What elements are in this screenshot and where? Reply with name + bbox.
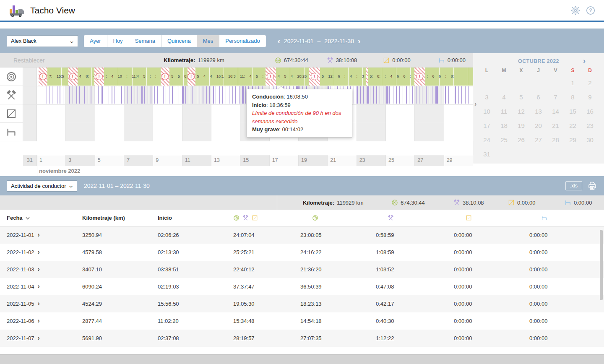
work-activity-tick[interactable] — [354, 86, 354, 104]
calendar-day[interactable]: 31 — [478, 147, 495, 161]
work-activity-tick[interactable] — [370, 86, 370, 104]
column-header-kilometraje[interactable]: Kilometraje (km) — [76, 215, 151, 221]
date-cell[interactable]: 2022-11-07› — [0, 335, 76, 341]
calendar-day[interactable]: 14 — [547, 104, 564, 119]
work-activity-tick[interactable] — [128, 86, 128, 104]
violation-segment[interactable]: ! — [187, 68, 195, 86]
column-header-fecha[interactable]: Fecha — [0, 215, 76, 221]
calendar-day[interactable]: 3 — [478, 90, 495, 104]
work-activity-tick[interactable] — [422, 86, 422, 104]
work-activity-tick[interactable] — [166, 86, 166, 104]
work-activity-tick[interactable] — [399, 86, 400, 104]
period-button-semana[interactable]: Semana — [129, 35, 161, 47]
violation-segment[interactable]: ! — [68, 68, 78, 86]
work-activity-tick[interactable] — [380, 86, 380, 104]
reset-button[interactable]: Restablecer — [13, 57, 45, 64]
work-activity-tick[interactable] — [439, 86, 439, 104]
row-expand-chevron-icon[interactable]: › — [38, 300, 40, 307]
period-button-personalizado[interactable]: Personalizado — [219, 35, 266, 47]
work-activity-tick[interactable] — [52, 86, 52, 104]
work-activity-tick[interactable] — [245, 86, 246, 104]
report-type-select[interactable]: Actividad de conductor ⌄ — [7, 180, 77, 192]
violation-segment[interactable]: ! — [414, 68, 425, 86]
violation-segment[interactable]: ! — [94, 68, 104, 86]
work-activity-tick[interactable] — [163, 86, 164, 104]
work-activity-tick[interactable] — [445, 86, 446, 104]
work-activity-tick[interactable] — [192, 86, 193, 104]
column-header-icons[interactable] — [226, 215, 294, 221]
work-activity-tick[interactable] — [131, 86, 132, 104]
work-activity-tick[interactable] — [432, 86, 432, 104]
work-activity-tick[interactable] — [239, 86, 240, 104]
calendar-day[interactable]: 29 — [564, 133, 581, 147]
work-activity-tick[interactable] — [47, 86, 47, 104]
work-activity-tick[interactable] — [185, 86, 186, 104]
column-header-icons[interactable] — [294, 215, 369, 221]
driving-segment[interactable]: 5: 8: : 4 6 6 : — [368, 68, 414, 86]
work-activity-tick[interactable] — [235, 86, 236, 104]
help-icon[interactable]: ? — [586, 5, 596, 16]
work-activity-tick[interactable] — [121, 86, 122, 104]
work-activity-tick[interactable] — [118, 86, 118, 104]
work-activity-tick[interactable] — [363, 86, 364, 104]
work-activity-tick[interactable] — [84, 86, 85, 104]
calendar-day[interactable]: 11 — [495, 104, 513, 119]
date-cell[interactable]: 2022-11-04› — [0, 283, 76, 290]
work-activity-tick[interactable] — [406, 86, 407, 104]
calendar-day[interactable]: 27 — [530, 133, 547, 147]
work-activity-tick[interactable] — [452, 86, 452, 104]
work-activity-tick[interactable] — [412, 86, 413, 104]
driving-segment[interactable]: 5 4 4 16:1 16:3 11: 4 5 : 4 6 10 — [195, 68, 266, 86]
calendar-day[interactable]: 30 — [581, 133, 599, 147]
work-activity-tick[interactable] — [102, 86, 103, 104]
work-activity-tick[interactable] — [141, 86, 143, 104]
calendar-day[interactable]: 12 — [513, 104, 530, 119]
date-cell[interactable]: 2022-11-01› — [0, 232, 76, 238]
work-activity-tick[interactable] — [112, 86, 112, 104]
work-activity-tick[interactable] — [461, 86, 462, 104]
work-activity-tick[interactable] — [109, 86, 109, 104]
violation-segment[interactable]: ! — [39, 68, 47, 86]
period-button-mes[interactable]: Mes — [197, 35, 220, 47]
work-activity-tick[interactable] — [138, 86, 138, 104]
calendar-day[interactable]: 28 — [547, 133, 564, 147]
work-activity-tick[interactable] — [91, 86, 91, 104]
driver-select[interactable]: Alex Black ⌄ — [7, 35, 78, 47]
calendar-day[interactable]: 5 — [513, 90, 530, 104]
work-activity-tick[interactable] — [403, 86, 403, 104]
date-cell[interactable]: 2022-11-06› — [0, 318, 76, 324]
work-activity-tick[interactable] — [125, 86, 125, 104]
row-expand-chevron-icon[interactable]: › — [38, 317, 40, 324]
work-activity-tick[interactable] — [448, 86, 449, 104]
calendar-day[interactable]: 10 — [478, 104, 495, 119]
work-activity-tick[interactable] — [182, 86, 184, 104]
work-activity-tick[interactable] — [94, 86, 94, 104]
work-activity-tick[interactable] — [98, 86, 99, 104]
work-activity-tick[interactable] — [88, 86, 88, 104]
export-xls-button[interactable]: .xls — [565, 181, 582, 190]
work-activity-tick[interactable] — [357, 86, 358, 104]
column-header-inicio[interactable]: Inicio — [151, 215, 226, 221]
work-activity-tick[interactable] — [115, 86, 115, 104]
work-activity-tick[interactable] — [79, 86, 80, 104]
work-activity-tick[interactable] — [105, 86, 105, 104]
work-activity-tick[interactable] — [200, 86, 200, 104]
calendar-day[interactable]: 21 — [547, 119, 564, 133]
row-expand-chevron-icon[interactable]: › — [38, 231, 40, 238]
work-activity-tick[interactable] — [455, 86, 456, 104]
table-row[interactable]: 2022-11-03›3407.1003:38:5122:40:1221:36:… — [0, 261, 604, 278]
work-activity-tick[interactable] — [157, 86, 158, 104]
work-activity-tick[interactable] — [222, 86, 223, 104]
table-row[interactable]: 2022-11-01›3250.9402:06:2624:07:0423:08:… — [0, 226, 604, 244]
row-expand-chevron-icon[interactable]: › — [38, 266, 40, 273]
calendar-day[interactable]: 2 — [581, 76, 599, 90]
calendar-day[interactable]: 22 — [564, 119, 581, 133]
row-expand-chevron-icon[interactable]: › — [38, 249, 40, 255]
calendar-day[interactable]: 17 — [478, 119, 495, 133]
column-header-icons[interactable] — [447, 215, 523, 221]
calendar-day[interactable]: 26 — [513, 133, 530, 147]
calendar-day[interactable]: 24 — [478, 133, 495, 147]
work-activity-tick[interactable] — [232, 86, 233, 104]
work-activity-tick[interactable] — [396, 86, 397, 104]
driving-segment[interactable]: : 6 6 : 8: — [425, 68, 473, 86]
